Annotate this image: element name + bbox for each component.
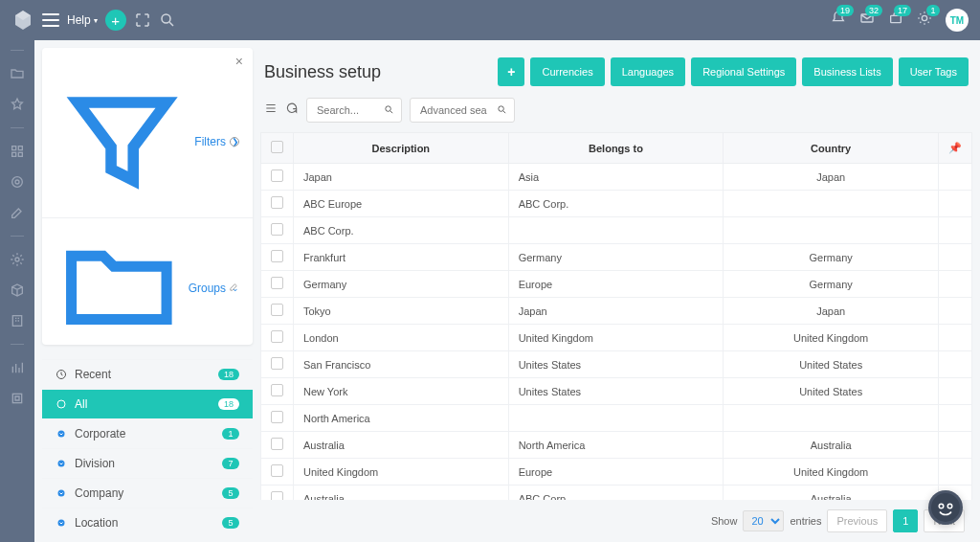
- grid-icon[interactable]: [10, 144, 25, 159]
- table-row[interactable]: TokyoJapanJapan: [261, 298, 972, 325]
- svg-point-3: [922, 15, 926, 20]
- row-checkbox[interactable]: [271, 411, 283, 423]
- cube-icon[interactable]: [10, 282, 25, 298]
- search-icon[interactable]: [497, 102, 507, 119]
- row-checkbox[interactable]: [271, 250, 283, 262]
- group-item-division[interactable]: Division7: [42, 448, 253, 478]
- refresh-icon[interactable]: [285, 102, 299, 119]
- row-checkbox[interactable]: [271, 304, 283, 316]
- languages-button[interactable]: Languages: [611, 57, 685, 86]
- prev-button[interactable]: Previous: [827, 509, 887, 532]
- building-icon[interactable]: [10, 313, 25, 328]
- row-checkbox[interactable]: [271, 330, 283, 343]
- group-count-badge: 18: [218, 398, 239, 410]
- user-tags-button[interactable]: User Tags: [899, 57, 969, 86]
- rail-nav: [0, 40, 34, 542]
- edit-icon[interactable]: [10, 205, 25, 220]
- fullscreen-icon[interactable]: [134, 11, 151, 29]
- menu-icon[interactable]: [42, 13, 59, 27]
- help-menu[interactable]: Help▾: [67, 13, 98, 27]
- chat-widget-icon[interactable]: [928, 490, 963, 525]
- logo-icon[interactable]: [11, 9, 34, 32]
- table-row[interactable]: United KingdomEuropeUnited Kingdom: [261, 459, 972, 486]
- group-item-all[interactable]: All18: [42, 389, 253, 418]
- select-all-checkbox[interactable]: [271, 141, 283, 153]
- svg-rect-6: [12, 152, 16, 156]
- svg-point-25: [948, 505, 951, 508]
- col-description[interactable]: Description: [294, 133, 509, 164]
- edit-groups-icon[interactable]: [229, 282, 239, 295]
- col-belongs-to[interactable]: Belongs to: [508, 133, 724, 164]
- regional-settings-button[interactable]: Regional Settings: [691, 57, 796, 86]
- row-checkbox[interactable]: [271, 169, 283, 182]
- svg-point-0: [162, 14, 170, 23]
- table-row[interactable]: North America: [261, 405, 972, 432]
- group-item-recent[interactable]: Recent18: [42, 359, 253, 389]
- chart-icon[interactable]: [10, 360, 25, 375]
- row-checkbox[interactable]: [271, 491, 283, 500]
- mail-icon[interactable]: 32: [859, 11, 875, 30]
- folder-icon[interactable]: [10, 66, 25, 81]
- add-button[interactable]: +: [105, 10, 126, 31]
- svg-point-20: [499, 106, 504, 112]
- page-1-button[interactable]: 1: [893, 509, 918, 532]
- star-icon[interactable]: [10, 97, 25, 112]
- main-content: Business setup +CurrenciesLanguagesRegio…: [260, 48, 972, 542]
- groups-section[interactable]: Groups ⌄: [42, 217, 253, 359]
- chev-icon: [56, 458, 67, 469]
- pagination: Show 20 entries Previous 1 Next: [260, 500, 972, 542]
- chev-icon: [56, 517, 67, 529]
- table-row[interactable]: AustraliaNorth AmericaAustralia: [261, 432, 972, 459]
- row-checkbox[interactable]: [271, 357, 283, 370]
- group-item-corporate[interactable]: Corporate1: [42, 418, 253, 448]
- filter-ring-icon: [230, 137, 239, 147]
- group-item-location[interactable]: Location5: [42, 508, 253, 537]
- group-count-badge: 1: [222, 428, 239, 440]
- notification-bell-icon[interactable]: 19: [831, 11, 846, 30]
- table-row[interactable]: San FranciscoUnites StatesUnited States: [261, 351, 972, 378]
- close-panel-icon[interactable]: ×: [42, 54, 253, 69]
- row-checkbox[interactable]: [271, 464, 283, 477]
- page-size-select[interactable]: 20: [743, 510, 784, 531]
- currencies-button[interactable]: Currencies: [530, 57, 604, 86]
- table-row[interactable]: FrankfurtGermanyGermany: [261, 244, 972, 271]
- table-row[interactable]: ABC Corp.: [261, 217, 972, 244]
- avatar[interactable]: TM: [946, 9, 969, 32]
- svg-point-15: [58, 430, 65, 437]
- mail-badge: 32: [865, 5, 882, 16]
- pin-icon[interactable]: 📌: [939, 133, 972, 164]
- row-checkbox[interactable]: [271, 384, 283, 396]
- table-row[interactable]: New YorkUnites StatesUnited States: [261, 378, 972, 405]
- layers-icon[interactable]: [10, 391, 25, 406]
- group-item-company[interactable]: Company5: [42, 478, 253, 508]
- data-table: Description Belongs to Country 📌 JapanAs…: [260, 132, 972, 500]
- add-new-button[interactable]: +: [498, 57, 524, 86]
- svg-point-17: [58, 489, 65, 496]
- table-row[interactable]: AustraliaABC Corp.Australia: [261, 486, 972, 501]
- row-checkbox[interactable]: [271, 223, 283, 236]
- row-checkbox[interactable]: [271, 438, 283, 450]
- sun-icon[interactable]: 1: [917, 11, 932, 30]
- briefcase-icon[interactable]: 17: [888, 11, 903, 30]
- table-row[interactable]: JapanAsiaJapan: [261, 164, 972, 191]
- group-count-badge: 7: [222, 458, 239, 469]
- list-icon[interactable]: [264, 102, 278, 119]
- svg-point-24: [940, 505, 943, 508]
- table-row[interactable]: ABC EuropeABC Corp.: [261, 191, 972, 217]
- filters-section[interactable]: Filters ❯: [42, 69, 253, 217]
- search-icon[interactable]: [159, 11, 176, 29]
- sun-badge: 1: [926, 5, 940, 16]
- chev-icon: [56, 428, 67, 440]
- search-icon[interactable]: [384, 102, 394, 119]
- gear-icon[interactable]: [10, 252, 25, 267]
- row-checkbox[interactable]: [271, 196, 283, 209]
- svg-point-10: [15, 258, 19, 261]
- col-country[interactable]: Country: [724, 133, 939, 164]
- table-row[interactable]: GermanyEuropeGermany: [261, 271, 972, 298]
- business-lists-button[interactable]: Business Lists: [802, 57, 892, 86]
- row-checkbox[interactable]: [271, 277, 283, 289]
- chev-icon: [56, 487, 67, 499]
- table-row[interactable]: LondonUnited KingdomUnited Kingdom: [261, 325, 972, 351]
- filter-icon: [56, 75, 189, 208]
- target-icon[interactable]: [10, 174, 25, 190]
